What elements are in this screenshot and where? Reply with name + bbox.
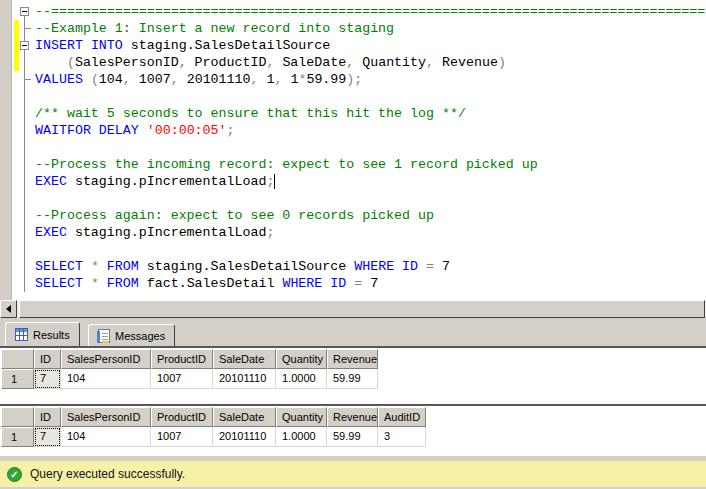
code-line [35,139,706,156]
grid-header-row: IDSalesPersonIDProductIDSaleDateQuantity… [1,349,706,369]
grid-corner-header[interactable] [1,349,34,369]
scroll-left-button[interactable] [0,300,17,318]
code-line: --======================================… [35,3,706,20]
column-header[interactable]: ID [34,407,61,427]
minus-glyph [22,45,27,46]
result-set-panel-1: IDSalesPersonIDProductIDSaleDateQuantity… [0,346,706,404]
sql-editor[interactable]: --======================================… [0,0,706,300]
column-header[interactable]: ProductID [151,349,213,369]
query-status-bar: ✓ Query executed successfully. [0,461,706,487]
column-header[interactable]: AuditID [378,407,426,427]
fold-collapse-icon[interactable] [20,7,29,16]
column-header[interactable]: ID [34,349,61,369]
fold-guide-line [24,8,25,292]
code-line: INSERT INTO staging.SalesDetailSource [35,37,706,54]
result-set-panel-2: IDSalesPersonIDProductIDSaleDateQuantity… [0,404,706,455]
table-row: 171041007201011101.000059.99 [1,369,706,389]
table-row: 171041007201011101.000059.993 [1,427,706,447]
column-header[interactable]: SalesPersonID [61,407,151,427]
result-grid-2: IDSalesPersonIDProductIDSaleDateQuantity… [1,407,706,447]
tab-results[interactable]: Results [5,322,80,346]
left-arrow-icon [6,305,11,313]
grid-cell[interactable]: 20101110 [213,427,276,447]
grid-cell[interactable]: 1007 [151,369,213,389]
grid-cell[interactable]: 7 [34,369,61,389]
grid-cell[interactable]: 104 [61,369,151,389]
results-tab-strip: Results Messages [0,318,706,346]
results-grid-icon [15,328,28,341]
grid-cell[interactable]: 59.99 [327,369,378,389]
grid-corner-header[interactable] [1,407,34,427]
grid-cell[interactable]: 3 [378,427,426,447]
row-header[interactable]: 1 [1,369,34,389]
code-text-area[interactable]: --======================================… [35,3,706,292]
code-line [35,241,706,258]
code-line: /** wait 5 seconds to ensure that this h… [35,105,706,122]
success-check-icon: ✓ [7,467,22,482]
changed-lines-bar [14,20,19,71]
tab-messages[interactable]: Messages [88,324,175,346]
column-header[interactable]: Revenue [327,349,378,369]
fold-end-tick [25,79,31,80]
horizontal-scrollbar[interactable] [0,300,706,318]
code-line: --Example 1: Insert a new record into st… [35,20,706,37]
code-line [35,190,706,207]
text-caret [274,174,275,189]
grid-cell[interactable]: 104 [61,427,151,447]
grid-cell[interactable]: 20101110 [213,369,276,389]
column-header[interactable]: SalesPersonID [61,349,151,369]
column-header[interactable]: SaleDate [213,407,276,427]
status-message: Query executed successfully. [30,467,185,481]
column-header[interactable]: Quantity [276,407,327,427]
grid-cell[interactable]: 1007 [151,427,213,447]
row-header[interactable]: 1 [1,427,34,447]
fold-end-tick [25,28,31,29]
grid-header-row: IDSalesPersonIDProductIDSaleDateQuantity… [1,407,706,427]
tab-results-label: Results [33,329,70,341]
editor-indicator-margin [0,0,12,300]
column-header[interactable]: Revenue [327,407,378,427]
code-line: WAITFOR DELAY '00:00:05'; [35,122,706,139]
grid-cell[interactable]: 1.0000 [276,369,327,389]
tab-messages-label: Messages [115,330,165,342]
code-line: --Process again: expect to see 0 records… [35,207,706,224]
code-line [35,88,706,105]
grid-cell[interactable]: 7 [34,427,61,447]
column-header[interactable]: ProductID [151,407,213,427]
code-line: SELECT * FROM fact.SalesDetail WHERE ID … [35,275,706,292]
result-grid-1: IDSalesPersonIDProductIDSaleDateQuantity… [1,349,706,389]
code-line: EXEC staging.pIncrementalLoad; [35,173,706,190]
column-header[interactable]: Quantity [276,349,327,369]
code-line: --Process the incoming record: expect to… [35,156,706,173]
minus-glyph [22,11,27,12]
column-header[interactable]: SaleDate [213,349,276,369]
code-line: (SalesPersonID, ProductID, SaleDate, Qua… [35,54,706,71]
ssms-query-window: { "editor": { "caret_line": 10, "margin"… [0,0,706,489]
code-line: VALUES (104, 1007, 20101110, 1, 1*59.99)… [35,71,706,88]
grid-cell[interactable]: 1.0000 [276,427,327,447]
messages-notepad-icon [98,329,110,343]
code-line: EXEC staging.pIncrementalLoad; [35,224,706,241]
scrollbar-thumb[interactable] [19,300,705,318]
code-line: SELECT * FROM staging.SalesDetailSource … [35,258,706,275]
grid-cell[interactable]: 59.99 [327,427,378,447]
fold-collapse-icon[interactable] [20,41,29,50]
